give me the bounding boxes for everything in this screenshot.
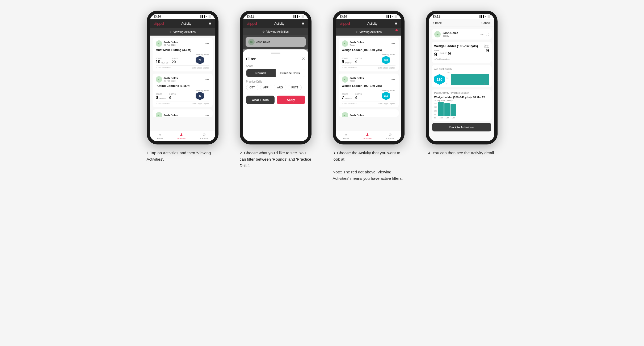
menu-icon-3[interactable]: ≡ <box>395 21 397 26</box>
filter-tab-practice[interactable]: Practice Drills <box>276 69 305 77</box>
nav-home-1[interactable]: ⌂ Home <box>157 133 163 140</box>
stat-shots-1-1: Shots 20 <box>172 57 178 64</box>
status-bar-4: 13:21 ▐▐▐ ᯤ ⬜ <box>429 14 494 19</box>
card-more-1-1[interactable]: ••• <box>205 41 209 46</box>
filter-top-blur-2: ⚙ Viewing Activities JC Josh Coles <box>243 28 308 49</box>
back-to-activities-button[interactable]: Back to Activities <box>432 123 491 131</box>
phone-2-screen: 13:21 ▐▐▐ ᯤ ⬜ clippd Activity ≡ ⚙ Viewin… <box>243 14 308 141</box>
stat-sq-1-2: Shot Quality 45 <box>196 89 209 100</box>
caption-2: 2. Choose what you'd like to see. You ca… <box>240 150 312 169</box>
filter-show-label-2: Show <box>246 65 305 67</box>
card-user-1-2: JC Josh Coles 28 Feb 2023 <box>156 76 178 83</box>
app-header-title-3: Activity <box>367 22 377 25</box>
card-title-3-1: Wedge Ladder (100–140 yds) <box>342 48 395 52</box>
red-dot-3 <box>395 29 398 31</box>
status-icons-2: ▐▐▐ ᯤ ⬜ <box>293 15 304 18</box>
phone-4-screen: 13:21 ▐▐▐ ᯤ ⬜ < Back Cancel JC Josh Cole… <box>429 14 494 141</box>
viewing-bar-1[interactable]: ⚙ Viewing Activities <box>150 28 215 36</box>
user-date-1-1: 28 Feb 2023 <box>164 44 178 46</box>
status-time-4: 13:21 <box>433 15 440 18</box>
filter-title-row-2: Filter ✕ <box>246 56 305 61</box>
app-header-2: clippd Activity ≡ <box>243 19 308 28</box>
filter-icon-3: ⚙ <box>355 31 358 33</box>
cancel-button-4[interactable]: Cancel <box>481 21 490 24</box>
app-logo-3: clippd <box>340 22 350 26</box>
shots-val-1-2: 9 <box>169 96 171 100</box>
nav-activities-3[interactable]: ♟ Activities <box>363 133 372 140</box>
viewing-bar-text-3: Viewing Activities <box>359 30 382 33</box>
card-footer-1-1: ⊙ Test Information Data: Clippd Capture <box>156 65 209 69</box>
activity-card-3-3: JC Josh Coles <box>339 109 399 117</box>
activity-card-3-2[interactable]: JC Josh Coles Today ••• Wedge Ladder (10… <box>339 74 399 107</box>
card-stats-1-1: Score 10 OUT OF Shots 20 <box>156 54 209 64</box>
nav-activities-1[interactable]: ♟ Activities <box>177 133 186 140</box>
phone-col-4: 13:21 ▐▐▐ ᯤ ⬜ < Back Cancel JC Josh Cole… <box>419 11 504 156</box>
filter-handle-2 <box>271 53 280 54</box>
clear-filters-button[interactable]: Clear Filters <box>246 96 275 104</box>
status-icons-3: ▐▐▐ ᯤ ⬜ <box>386 15 397 18</box>
filter-tab-rounds[interactable]: Rounds <box>246 69 276 77</box>
filter-title-2: Filter <box>246 57 256 61</box>
activity-card-1-3: JC Josh Coles ••• <box>153 109 213 117</box>
nav-capture-3[interactable]: ⊕ Capture <box>386 133 394 140</box>
activity-card-1-2[interactable]: JC Josh Coles 28 Feb 2023 ••• Putting Co… <box>153 74 213 107</box>
filter-overlay-2: ⚙ Viewing Activities JC Josh Coles <box>243 28 308 141</box>
activity-card-1-1[interactable]: JC Josh Coles 28 Feb 2023 ••• Must Make … <box>153 38 213 71</box>
phone-col-3: 13:20 ▐▐▐ ᯤ ⬜ clippd Activity ≡ ⚙ Viewin… <box>326 11 411 182</box>
filter-icon-1: ⚙ <box>169 31 172 33</box>
menu-icon-1[interactable]: ≡ <box>209 21 211 26</box>
user-name-3-2: Josh Coles <box>350 77 364 80</box>
app-header-title-1: Activity <box>181 22 191 25</box>
outof-label-1-1: OUT OF <box>161 62 168 64</box>
session-bar-3 <box>451 104 456 116</box>
bottom-nav-3: ⌂ Home ♟ Activities ⊕ Capture <box>336 131 401 141</box>
outof-label-1-2: OUT OF <box>159 98 166 100</box>
menu-icon-2[interactable]: ≡ <box>302 21 304 26</box>
phone-3-screen: 13:20 ▐▐▐ ᯤ ⬜ clippd Activity ≡ ⚙ Viewin… <box>336 14 401 141</box>
card-user-1-1: JC Josh Coles 28 Feb 2023 <box>156 40 178 47</box>
activities-list-3: JC Josh Coles Today ••• Wedge Ladder (10… <box>336 36 401 131</box>
shots-val-1-1: 20 <box>172 60 176 64</box>
detail-test-info-4: ⊙ Test Information <box>434 58 489 60</box>
activities-list-1: JC Josh Coles 28 Feb 2023 ••• Must Make … <box>150 36 215 131</box>
user-name-1-2: Josh Coles <box>164 77 178 80</box>
detail-user-name-4: Josh Coles <box>443 31 458 35</box>
status-time-2: 13:21 <box>247 15 254 18</box>
nav-home-3[interactable]: ⌂ Home <box>343 133 349 140</box>
session-section-4: Player Activity • Practice Session Wedge… <box>432 89 492 121</box>
user-name-1-1: Josh Coles <box>164 41 178 44</box>
home-icon-1: ⌂ <box>159 133 161 137</box>
stat-score-1-1: Score 10 OUT OF <box>156 57 169 64</box>
edit-icon-4[interactable]: ✏ <box>481 32 483 36</box>
bottom-nav-1: ⌂ Home ♟ Activities ⊕ Capture <box>150 131 215 141</box>
card-footer-1-2: ⊙ Test Information Data: Clippd Capture <box>156 101 209 105</box>
expand-icon-4[interactable]: ⛶ <box>486 32 489 36</box>
sq-hex-3-2: 118 <box>382 92 390 100</box>
detail-header-4: < Back Cancel <box>429 19 494 27</box>
status-time-1: 13:20 <box>154 15 161 18</box>
card-header-1-2: JC Josh Coles 28 Feb 2023 ••• <box>156 76 209 83</box>
phone-1: 13:20 ▐▐▐ ᯤ ⬜ clippd Activity ≡ ⚙ Viewin… <box>147 11 218 144</box>
filter-buttons-2: Clear Filters Apply <box>246 96 305 104</box>
sq-hex-1-2: 45 <box>196 92 204 100</box>
apply-filter-button[interactable]: Apply <box>277 96 305 104</box>
filter-close-2[interactable]: ✕ <box>302 56 305 61</box>
nav-capture-1[interactable]: ⊕ Capture <box>200 133 208 140</box>
viewing-bar-3[interactable]: ⚙ Viewing Activities <box>336 28 401 36</box>
session-bar-1 <box>438 102 444 116</box>
phone-col-2: 13:21 ▐▐▐ ᯤ ⬜ clippd Activity ≡ ⚙ Viewin… <box>233 11 318 169</box>
card-title-1-2: Putting Combine (3-15 ft) <box>156 84 209 87</box>
back-button-4[interactable]: < Back <box>433 21 442 24</box>
activity-card-3-1[interactable]: JC Josh Coles Today ••• Wedge Ladder (10… <box>339 38 399 71</box>
filter-tag-app[interactable]: APP <box>260 85 272 90</box>
filter-tag-ott[interactable]: OTT <box>246 85 258 90</box>
card-more-1-2[interactable]: ••• <box>205 77 209 82</box>
filter-tag-putt[interactable]: PUTT <box>288 85 302 90</box>
detail-content-4: JC Josh Coles Today ✏ ⛶ <box>429 27 494 141</box>
chart-container-4: 130 100 50 0 APP <box>434 71 489 85</box>
status-bar-3: 13:20 ▐▐▐ ᯤ ⬜ <box>336 14 401 19</box>
filter-tag-arg[interactable]: ARG <box>274 85 287 90</box>
phone-2: 13:21 ▐▐▐ ᯤ ⬜ clippd Activity ≡ ⚙ Viewin… <box>240 11 312 144</box>
user-date-3-2: Today <box>350 80 364 82</box>
status-bar-1: 13:20 ▐▐▐ ᯤ ⬜ <box>150 14 215 19</box>
